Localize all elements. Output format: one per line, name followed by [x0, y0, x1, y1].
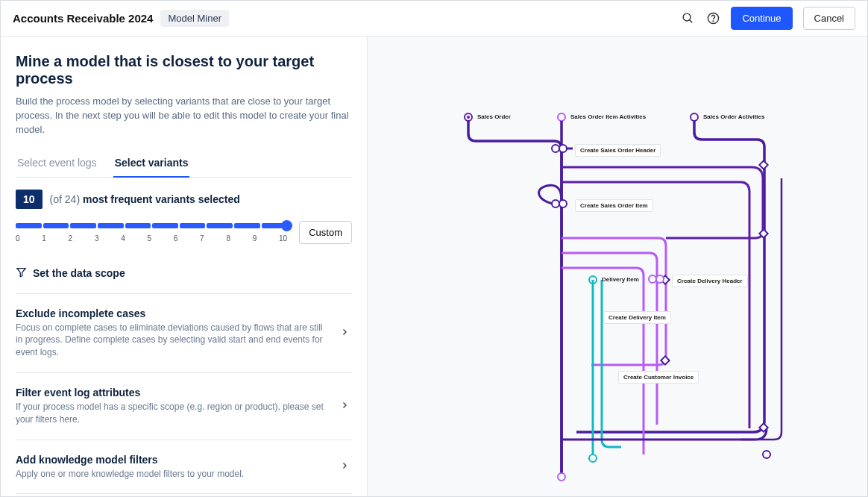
scope-item-exclude-incomplete[interactable]: Exclude incomplete cases Focus on comple…: [16, 293, 352, 372]
svg-point-19: [649, 275, 656, 283]
svg-point-3: [713, 21, 714, 22]
header-right: Continue Cancel: [680, 7, 855, 30]
slider-row: 0 1 2 3 4 5 6 7 8 9 10 Custom: [16, 222, 352, 244]
filter-icon: [16, 266, 27, 280]
scope-item-knowledge-filters[interactable]: Add knowledge model filters Apply one or…: [16, 440, 352, 495]
tick: 3: [95, 234, 99, 243]
node-delivery-item: Delivery Item: [600, 276, 641, 283]
scope-list: Exclude incomplete cases Focus on comple…: [16, 293, 352, 495]
node-so-activities: Sales Order Activities: [702, 113, 766, 120]
tick: 8: [226, 234, 230, 243]
scope-text: Add knowledge model filters Apply one or…: [16, 454, 331, 481]
node-sales-order: Sales Order: [476, 113, 512, 120]
tick: 2: [69, 234, 73, 243]
tab-event-logs[interactable]: Select event logs: [16, 151, 98, 178]
tick: 5: [147, 234, 151, 243]
svg-point-6: [467, 116, 470, 119]
svg-point-23: [763, 451, 770, 458]
scope-text: Filter event log attributes If your proc…: [16, 387, 331, 426]
scope-header-label: Set the data scope: [33, 267, 125, 279]
slider-track[interactable]: [16, 222, 287, 230]
slider-thumb[interactable]: [281, 220, 292, 231]
tick: 9: [253, 234, 257, 243]
tab-select-variants[interactable]: Select variants: [113, 151, 190, 178]
tabs: Select event logs Select variants: [16, 151, 352, 178]
chevron-right-icon: [340, 399, 349, 413]
search-icon[interactable]: [680, 11, 695, 26]
variant-slider[interactable]: 0 1 2 3 4 5 6 7 8 9 10: [16, 222, 287, 243]
svg-point-0: [683, 13, 691, 21]
svg-rect-10: [759, 160, 767, 169]
variants-of: (of 24): [50, 193, 80, 205]
tick: 0: [16, 234, 20, 243]
node-create-delivery-header: Create Delivery Header: [672, 275, 748, 287]
svg-point-18: [559, 200, 567, 207]
data-scope-header: Set the data scope: [16, 266, 352, 280]
scope-title: Exclude incomplete cases: [16, 307, 331, 319]
node-create-customer-invoice: Create Customer Invoice: [618, 371, 699, 384]
tick: 10: [279, 234, 287, 243]
help-icon[interactable]: [705, 11, 720, 26]
process-diagram: [368, 37, 868, 497]
tick: 1: [42, 234, 46, 243]
chevron-right-icon: [340, 326, 349, 340]
svg-point-17: [552, 200, 559, 207]
diagram-panel[interactable]: Sales Order Sales Order Item Activities …: [368, 37, 867, 497]
node-create-so-item: Create Sales Order Item: [575, 199, 653, 212]
scope-desc: Apply one or more knowledge model filter…: [16, 468, 331, 481]
tick: 6: [174, 234, 178, 243]
svg-line-1: [690, 20, 693, 23]
left-panel: Mine a model that is closest to your tar…: [1, 37, 368, 497]
svg-point-8: [691, 113, 698, 121]
scope-title: Filter event log attributes: [16, 387, 331, 398]
chevron-right-icon: [340, 460, 349, 473]
cancel-button[interactable]: Cancel: [803, 7, 855, 30]
svg-point-21: [558, 473, 565, 481]
scope-text: Exclude incomplete cases Focus on comple…: [16, 307, 331, 359]
page-description: Build the process model by selecting var…: [16, 95, 352, 137]
scope-desc: Focus on complete cases to eliminate dev…: [16, 322, 331, 359]
node-so-item-activities: Sales Order Item Activities: [569, 113, 647, 120]
tick: 7: [200, 234, 204, 243]
app-title: Accounts Receivable 2024: [13, 12, 153, 25]
header: Accounts Receivable 2024 Model Miner Con…: [1, 1, 867, 37]
scope-title: Add knowledge model filters: [16, 454, 331, 466]
svg-point-22: [589, 454, 597, 462]
node-create-so-header: Create Sales Order Header: [575, 144, 661, 157]
continue-button[interactable]: Continue: [731, 7, 792, 30]
scope-item-filter-attributes[interactable]: Filter event log attributes If your proc…: [16, 372, 352, 440]
custom-button[interactable]: Custom: [299, 221, 352, 244]
svg-point-20: [656, 275, 664, 283]
node-create-delivery-item: Create Delivery Item: [603, 311, 671, 324]
svg-point-7: [558, 113, 565, 121]
variants-label: most frequent variants selected: [83, 193, 240, 205]
header-left: Accounts Receivable 2024 Model Miner: [13, 10, 229, 27]
svg-point-16: [559, 145, 567, 152]
variants-summary: 10 (of 24) most frequent variants select…: [16, 190, 352, 209]
context-chip[interactable]: Model Miner: [160, 10, 229, 27]
tick: 4: [121, 234, 125, 243]
svg-marker-4: [17, 268, 25, 276]
variant-count-badge: 10: [16, 190, 43, 209]
slider-ticks: 0 1 2 3 4 5 6 7 8 9 10: [16, 234, 287, 243]
scope-desc: If your process model has a specific sco…: [16, 401, 331, 426]
variants-text: (of 24) most frequent variants selected: [50, 193, 240, 205]
page-title: Mine a model that is closest to your tar…: [16, 53, 352, 87]
content: Mine a model that is closest to your tar…: [1, 37, 867, 497]
svg-point-15: [552, 145, 559, 152]
